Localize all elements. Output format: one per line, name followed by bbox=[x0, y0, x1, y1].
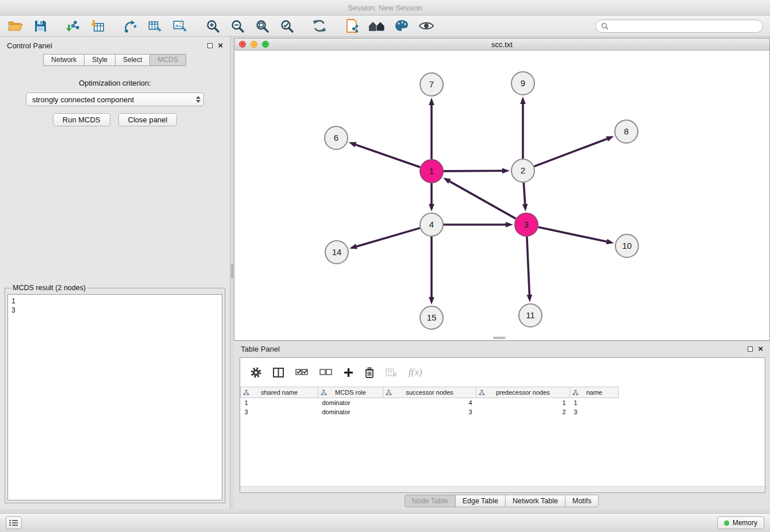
tab-mcds[interactable]: MCDS bbox=[149, 54, 186, 66]
new-network-button[interactable] bbox=[122, 17, 139, 34]
close-table-panel-icon[interactable]: × bbox=[758, 346, 763, 352]
table-panel-title: Table Panel bbox=[241, 345, 280, 353]
graph-edge-3-11[interactable] bbox=[527, 237, 533, 302]
graph-node-2[interactable]: 2 bbox=[511, 159, 534, 182]
canvas-scroll-handle[interactable] bbox=[493, 337, 506, 339]
column-header-name[interactable]: name bbox=[570, 387, 619, 398]
show-columns-button[interactable] bbox=[273, 368, 284, 377]
criterion-dropdown[interactable]: strongly connected component bbox=[26, 92, 204, 106]
import-network-icon bbox=[66, 20, 80, 33]
graph-edge-1-7[interactable] bbox=[429, 98, 434, 159]
zoom-in-button[interactable] bbox=[204, 17, 221, 34]
search-box[interactable] bbox=[595, 20, 763, 33]
graph-edge-3-10[interactable] bbox=[538, 227, 614, 244]
graph-node-6[interactable]: 6 bbox=[325, 126, 348, 149]
table-cell[interactable]: 1 bbox=[570, 398, 619, 407]
tab-style[interactable]: Style bbox=[84, 54, 116, 66]
table-row[interactable]: 1dominator411 bbox=[241, 398, 619, 407]
network-window-titlebar[interactable]: scc.txt × − + bbox=[234, 38, 769, 51]
graph-edge-1-4[interactable] bbox=[429, 183, 434, 211]
tab-edge-table[interactable]: Edge Table bbox=[455, 495, 506, 507]
graph-edge-4-14[interactable] bbox=[349, 228, 420, 249]
graph-edge-4-3[interactable] bbox=[444, 222, 513, 228]
graph-edge-2-8[interactable] bbox=[534, 136, 614, 166]
graph-edge-3-1[interactable] bbox=[443, 178, 516, 218]
zoom-selected-button[interactable] bbox=[278, 17, 295, 34]
run-mcds-button[interactable]: Run MCDS bbox=[53, 113, 110, 126]
graph-edge-2-9[interactable] bbox=[520, 97, 526, 159]
table-cell[interactable]: 2 bbox=[476, 407, 570, 417]
graph-node-9[interactable]: 9 bbox=[511, 72, 534, 95]
select-all-columns-button[interactable] bbox=[295, 368, 308, 376]
deselect-all-columns-button[interactable] bbox=[319, 368, 332, 376]
apply-layout-button[interactable] bbox=[311, 17, 328, 34]
table-settings-button[interactable] bbox=[251, 367, 261, 378]
search-input[interactable] bbox=[612, 22, 757, 30]
apply-style-button[interactable] bbox=[393, 17, 410, 34]
close-panel-icon[interactable]: × bbox=[218, 43, 223, 48]
tab-motifs[interactable]: Motifs bbox=[565, 495, 599, 507]
table-cell[interactable]: 1 bbox=[241, 398, 318, 407]
memory-status-icon bbox=[724, 521, 729, 526]
graph-node-4[interactable]: 4 bbox=[420, 213, 443, 236]
close-panel-button[interactable]: Close panel bbox=[118, 113, 178, 126]
table-row[interactable]: 3dominator323 bbox=[241, 407, 619, 417]
graph-edge-4-15[interactable] bbox=[429, 237, 434, 304]
graph-node-14[interactable]: 14 bbox=[325, 241, 348, 264]
float-table-panel-icon[interactable] bbox=[748, 346, 753, 352]
column-flag-icon bbox=[243, 390, 249, 397]
open-session-button[interactable] bbox=[7, 17, 24, 34]
zoom-fit-button[interactable] bbox=[253, 17, 271, 34]
table-cell[interactable]: 4 bbox=[383, 398, 476, 407]
maximize-window-button[interactable]: + bbox=[262, 41, 269, 48]
column-header-successor-nodes[interactable]: successor nodes bbox=[383, 387, 476, 398]
tab-select[interactable]: Select bbox=[115, 54, 150, 66]
show-hide-details-button[interactable] bbox=[418, 17, 435, 34]
minimize-window-button[interactable]: − bbox=[251, 41, 257, 48]
float-panel-icon[interactable] bbox=[207, 43, 213, 48]
zoom-out-button[interactable] bbox=[229, 17, 246, 34]
column-header-predecessor-nodes[interactable]: predecessor nodes bbox=[476, 387, 570, 398]
mcds-result-list[interactable]: 13 bbox=[7, 294, 222, 500]
export-table-button[interactable] bbox=[147, 17, 164, 34]
graph-node-11[interactable]: 11 bbox=[519, 304, 542, 327]
column-header-shared-name[interactable]: shared name bbox=[241, 387, 318, 398]
tab-network-table[interactable]: Network Table bbox=[505, 495, 565, 507]
tab-network[interactable]: Network bbox=[43, 54, 84, 66]
delete-table-button-disabled bbox=[386, 368, 397, 377]
graph-node-10[interactable]: 10 bbox=[615, 234, 638, 257]
graph-node-15[interactable]: 15 bbox=[420, 306, 443, 329]
network-file-button[interactable] bbox=[344, 17, 361, 34]
table-scrollbar[interactable] bbox=[240, 486, 765, 492]
delete-column-button[interactable] bbox=[365, 367, 374, 378]
tab-node-table[interactable]: Node Table bbox=[405, 495, 456, 507]
table-cell[interactable]: dominator bbox=[318, 407, 383, 417]
graph-node-8[interactable]: 8 bbox=[615, 120, 638, 143]
import-table-button[interactable] bbox=[89, 17, 106, 34]
create-column-button[interactable] bbox=[344, 368, 353, 377]
control-panel-tabs: NetworkStyleSelectMCDS bbox=[0, 54, 230, 66]
graph-node-1[interactable]: 1 bbox=[420, 160, 443, 183]
export-image-button[interactable] bbox=[171, 17, 188, 34]
task-history-button[interactable] bbox=[6, 516, 22, 529]
graph-node-7[interactable]: 7 bbox=[420, 73, 443, 96]
column-header-mcds-role[interactable]: MCDS role bbox=[318, 387, 383, 398]
table-cell[interactable]: 3 bbox=[383, 407, 476, 417]
graph-edge-1-2[interactable] bbox=[444, 168, 510, 174]
titlebar[interactable]: Session: New Session bbox=[0, 0, 770, 16]
table-cell[interactable]: 3 bbox=[570, 407, 619, 417]
graph-node-3[interactable]: 3 bbox=[515, 213, 538, 236]
memory-button[interactable]: Memory bbox=[717, 516, 764, 529]
network-canvas[interactable]: 7968124310141511 bbox=[234, 51, 769, 340]
table-cell[interactable]: dominator bbox=[318, 398, 383, 407]
close-window-button[interactable]: × bbox=[239, 41, 246, 48]
save-session-button[interactable] bbox=[32, 17, 49, 34]
splitter-handle[interactable] bbox=[231, 264, 233, 279]
first-neighbors-button[interactable] bbox=[368, 17, 386, 34]
table-cell[interactable]: 1 bbox=[476, 398, 570, 407]
network-graph[interactable]: 7968124310141511 bbox=[234, 51, 769, 341]
graph-edge-1-6[interactable] bbox=[349, 142, 420, 167]
graph-edge-2-3[interactable] bbox=[522, 183, 528, 211]
import-network-button[interactable] bbox=[64, 17, 82, 34]
table-cell[interactable]: 3 bbox=[241, 407, 318, 417]
